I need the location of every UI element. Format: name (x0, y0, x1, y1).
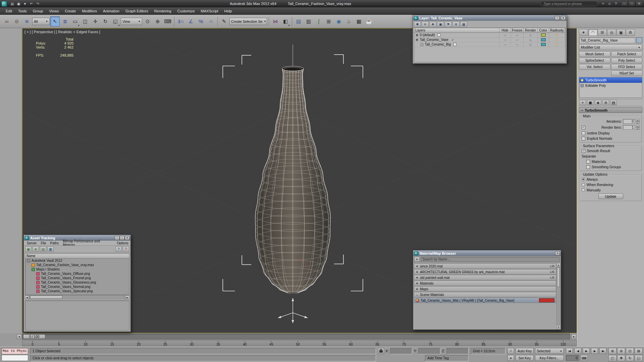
schematic-view-icon[interactable]: ⊞ (324, 16, 333, 26)
expand-toggle-icon[interactable]: - (416, 293, 419, 297)
infocenter-search-input[interactable] (540, 1, 598, 6)
x-coordinate-field[interactable] (390, 348, 412, 354)
maximize-button[interactable]: □ (120, 236, 124, 240)
current-frame-field[interactable]: 0 (566, 355, 579, 361)
asset-menu-server[interactable]: Server (25, 241, 39, 245)
curve-editor-icon[interactable]: ∫ (314, 16, 323, 26)
add-time-tag[interactable]: Add Time Tag (425, 355, 469, 361)
selection-lock-toggle[interactable] (378, 348, 384, 354)
material-vertical-scrollbar[interactable]: ▲ ▼ (556, 263, 560, 329)
help-button[interactable]: ? (555, 16, 559, 20)
render-iters-spinner[interactable]: ▲▼ (636, 125, 640, 130)
time-slider-handle[interactable]: 0 / 100 (23, 334, 45, 339)
named-selection-set-dropdown[interactable]: Create Selection Se▼ (229, 18, 267, 25)
column-header-color[interactable]: Color (538, 28, 549, 33)
material-editor-icon[interactable]: ◉ (334, 16, 343, 26)
next-frame-arrow[interactable]: ► (572, 334, 576, 339)
new-file-icon[interactable]: ▤ (9, 1, 15, 7)
menu-edit[interactable]: Edit (3, 8, 15, 14)
rectangular-selection-region-icon[interactable]: ▭ (70, 16, 80, 26)
smoothing-groups-checkbox[interactable] (586, 165, 590, 169)
layer-row-tall-ceramic-big[interactable]: ▢Tall_Ceramic_Big----------♨∷ (414, 42, 565, 47)
materials-checkbox[interactable] (586, 160, 590, 164)
asset-row-tall-ceramic-vases-diffuse-png[interactable]: Tall_Ceramic_Vases_Diffuse.png (25, 272, 129, 276)
scroll-right-arrow[interactable]: ► (125, 295, 129, 299)
modifier-enabled-bulb-icon[interactable] (581, 79, 584, 82)
asset-row-tall-ceramic-vases-normal-png[interactable]: Tall_Ceramic_Vases_Normal.png (25, 285, 129, 289)
hide-cell[interactable]: ----- (499, 33, 511, 37)
scrollbar-track[interactable] (29, 295, 125, 299)
asset-menu-file[interactable]: File (39, 241, 48, 245)
radiosity-cell[interactable]: ∷ (549, 38, 565, 42)
sign-in-icon[interactable]: ⌖ (600, 1, 606, 6)
select-by-name-icon[interactable]: ≣ (60, 16, 70, 26)
layer-color-swatch[interactable] (541, 34, 546, 37)
snaps-toggle-3d-icon[interactable]: 3∩ (176, 16, 185, 26)
asset-row-tall-ceramic-vases-fresnel-png[interactable]: Tall_Ceramic_Vases_Fresnel.png (25, 276, 129, 280)
keyboard-override-icon[interactable]: ⌨ (163, 16, 172, 26)
angle-snap-icon[interactable]: ∠ (186, 16, 196, 26)
pan-icon[interactable]: ✥ (617, 355, 625, 361)
render-production-icon[interactable]: ☕ (364, 16, 374, 26)
redo-icon[interactable]: ↷ (35, 1, 41, 7)
go-to-start-icon[interactable]: |◀ (566, 348, 573, 354)
current-layer-box-icon[interactable] (453, 43, 457, 46)
set-key-mode-icon[interactable]: ⚿ (507, 348, 514, 354)
column-header-hide[interactable]: Hide (499, 28, 511, 33)
rendered-frame-icon[interactable]: ▦ (354, 16, 364, 26)
explicit-normals-checkbox[interactable] (582, 137, 585, 140)
zoom-icon[interactable]: ⊕ (608, 348, 616, 354)
asset-menu-paths[interactable]: Paths (48, 241, 61, 245)
undo-icon[interactable]: ↶ (29, 1, 34, 7)
add-selection-to-layer-icon[interactable]: ✚ (429, 21, 436, 27)
expand-toggle-icon[interactable]: + (416, 270, 419, 274)
tab-utilities[interactable]: ⚙ (626, 29, 635, 36)
select-and-manipulate-icon[interactable]: ⊕ (153, 16, 162, 26)
radiosity-cell[interactable]: ∷ (549, 42, 565, 47)
scrollbar-thumb[interactable] (557, 267, 560, 287)
details-view-icon[interactable]: ≣ (33, 246, 39, 252)
edit-named-selection-sets-icon[interactable]: ✎ (219, 16, 229, 26)
remove-modifier-icon[interactable]: ⊖ (602, 100, 609, 105)
modifier-button-ffd-select[interactable]: FFD Select (611, 64, 643, 70)
favorites-star-icon[interactable]: ✩ (607, 1, 612, 6)
column-header-layers[interactable]: Layers (414, 28, 499, 33)
save-file-icon[interactable]: ▼ (22, 1, 28, 7)
expand-toggle-icon[interactable]: + (416, 282, 419, 285)
color-cell[interactable] (538, 42, 549, 47)
radiosity-cell[interactable]: ∷ (549, 33, 565, 37)
maximize-viewport-icon[interactable]: ◱ (635, 355, 643, 361)
z-coordinate-field[interactable] (446, 348, 469, 354)
time-slider-track[interactable]: 0 / 100 (22, 334, 570, 340)
radio-button[interactable] (582, 183, 585, 186)
scroll-up-arrow[interactable]: ▲ (557, 263, 560, 267)
object-name-field[interactable]: Tall_Ceramic_Big_Vase (579, 37, 635, 43)
asset-row-tall-ceramic-vases-glossiness-png[interactable]: Tall_Ceramic_Vases_Glossiness.png (25, 280, 129, 285)
stack-item-editable-poly[interactable]: Editable Poly (579, 83, 642, 88)
freeze-cell[interactable]: ----- (511, 42, 524, 47)
tab-modify[interactable]: ◠ (588, 29, 597, 36)
minimize-button[interactable]: ─ (115, 236, 119, 240)
maxscript-mini-listener[interactable]: Max to Physc. (1, 348, 28, 361)
tab-hierarchy[interactable]: ⊞ (598, 29, 607, 36)
material-row-materials[interactable]: +Materials (414, 281, 556, 286)
bind-to-space-warp-icon[interactable]: ≋ (22, 16, 32, 26)
listener-pane[interactable] (1, 355, 28, 361)
expand-toggle-icon[interactable]: + (416, 264, 419, 268)
asset-row-maps-shaders[interactable]: Maps / Shaders (25, 267, 129, 272)
tab-display[interactable]: ▣ (616, 29, 626, 36)
freeze-cell[interactable]: ----- (511, 38, 524, 42)
expand-toggle-icon[interactable]: + (416, 276, 419, 280)
column-header-radiosity[interactable]: Radiosity (549, 28, 565, 33)
select-and-rotate-icon[interactable]: ↻ (101, 16, 110, 26)
freeze-cell[interactable]: ----- (511, 33, 524, 37)
thumbnail-view-icon[interactable]: ▦ (47, 246, 54, 252)
asset-horizontal-scrollbar[interactable]: ◄ ► (25, 295, 129, 299)
scroll-left-arrow[interactable]: ◄ (25, 295, 29, 299)
tab-motion[interactable]: ◎ (607, 29, 616, 36)
y-coordinate-field[interactable] (418, 348, 440, 354)
modifier-button-nsurf-sel[interactable]: NSurf Sel (611, 70, 643, 76)
current-layer-box-icon[interactable] (437, 34, 440, 37)
key-selection-icon[interactable]: ➤ (507, 355, 514, 361)
play-button-icon[interactable]: ▶ (583, 348, 590, 354)
